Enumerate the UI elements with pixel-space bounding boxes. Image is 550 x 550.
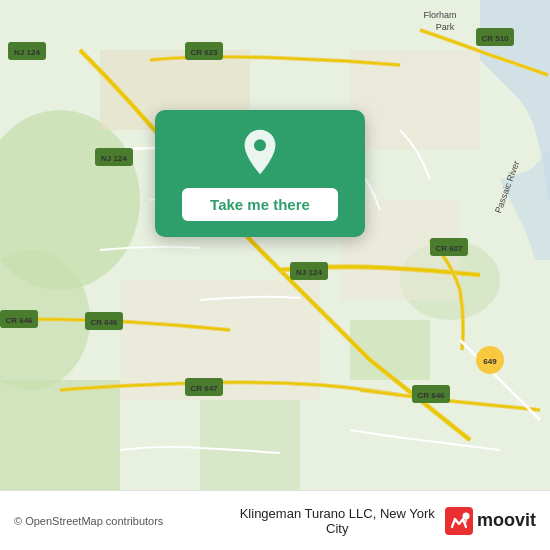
- svg-point-38: [463, 512, 470, 519]
- bottom-bar: © OpenStreetMap contributors Klingeman T…: [0, 490, 550, 550]
- location-pin-icon: [236, 128, 284, 176]
- moovit-brand-text: moovit: [477, 510, 536, 531]
- map-attribution: © OpenStreetMap contributors: [14, 515, 230, 527]
- location-label: Klingeman Turano LLC, New York City: [230, 506, 446, 536]
- svg-text:Park: Park: [436, 22, 455, 32]
- svg-text:CR 623: CR 623: [190, 48, 218, 57]
- svg-rect-6: [200, 400, 300, 490]
- take-me-there-button[interactable]: Take me there: [182, 188, 338, 221]
- svg-rect-8: [350, 50, 480, 150]
- svg-text:NJ 124: NJ 124: [14, 48, 40, 57]
- moovit-brand-icon: [445, 507, 473, 535]
- svg-text:NJ 124: NJ 124: [101, 154, 127, 163]
- svg-point-36: [254, 139, 266, 151]
- svg-text:CR 607: CR 607: [435, 244, 463, 253]
- svg-text:CR 510: CR 510: [481, 34, 509, 43]
- svg-text:NJ 124: NJ 124: [296, 268, 322, 277]
- svg-text:CR 646: CR 646: [417, 391, 445, 400]
- svg-rect-37: [445, 507, 473, 535]
- map-container: NJ 124 CR 623 NJ 124 CR 510 NJ 124 CR 60…: [0, 0, 550, 490]
- popup-card: Take me there: [155, 110, 365, 237]
- svg-text:Florham: Florham: [423, 10, 456, 20]
- svg-text:CR 646: CR 646: [90, 318, 118, 327]
- svg-rect-5: [0, 380, 120, 490]
- svg-text:CR 646: CR 646: [5, 316, 33, 325]
- attribution-text: © OpenStreetMap contributors: [14, 515, 163, 527]
- svg-text:CR 647: CR 647: [190, 384, 218, 393]
- moovit-logo: moovit: [445, 507, 536, 535]
- svg-text:649: 649: [483, 357, 497, 366]
